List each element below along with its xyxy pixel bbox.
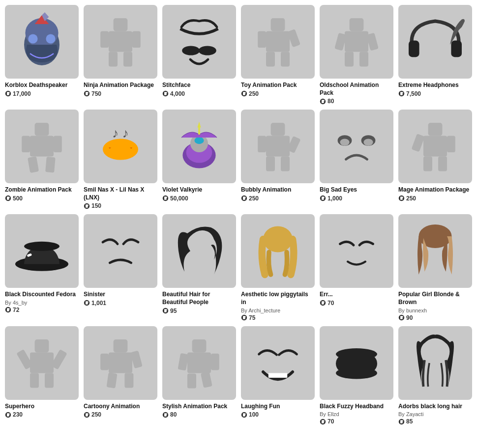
svg-rect-29 [359,52,368,66]
svg-marker-50 [197,122,201,128]
item-price-value: 72 [13,307,19,313]
robux-icon [241,314,247,321]
svg-rect-32 [451,41,462,57]
svg-rect-25 [345,31,368,52]
catalog-item[interactable]: Popular Girl Blonde & BrownBy bunnexh90 [398,214,472,321]
item-name: Toy Animation Pack [241,82,315,89]
svg-rect-99 [211,353,219,370]
svg-rect-103 [268,373,287,378]
svg-rect-65 [423,136,447,157]
svg-point-43 [109,145,132,157]
svg-rect-100 [187,373,196,388]
catalog-item[interactable]: Err...70 [320,214,393,321]
catalog-item[interactable]: Ninja Animation Package750 [84,5,157,105]
svg-rect-94 [124,373,133,388]
svg-rect-82 [35,339,49,352]
svg-rect-31 [409,41,419,57]
item-name: Stitchface [162,82,236,89]
svg-point-48 [194,137,204,144]
item-thumbnail [5,326,79,400]
svg-rect-56 [266,157,275,171]
catalog-item[interactable]: Extreme Headphones7,500 [398,5,472,105]
svg-rect-35 [30,136,54,157]
item-price-value: 100 [249,411,259,418]
svg-point-3 [46,34,55,43]
item-price-value: 90 [406,314,413,321]
svg-rect-69 [438,157,447,171]
item-thumbnail [241,326,315,400]
item-price-value: 250 [249,195,259,202]
catalog-item[interactable]: Bubbly Animation250 [241,110,315,209]
catalog-item[interactable]: Violet Valkyrie50,000 [162,110,236,209]
catalog-item[interactable]: Sinister1,001 [84,214,157,321]
catalog-item[interactable]: Aesthetic low piggytails inBy Archi_tect… [241,214,315,321]
item-price-value: 250 [406,195,416,202]
catalog-item[interactable]: Korblox Deathspeaker17,000 [5,5,79,105]
item-price: 1,001 [84,300,157,307]
robux-icon [162,412,169,418]
catalog-item[interactable]: Beautiful Hair for Beautiful People95 [162,214,236,321]
item-thumbnail [241,5,315,79]
item-name: Aesthetic low piggytails in [241,291,315,306]
item-name: Err... [320,291,393,299]
item-price-value: 80 [328,98,334,105]
catalog-item[interactable]: Black Fuzzy HeadbandBy Ellzd70 [320,326,393,425]
robux-icon [320,195,326,201]
item-name: Beautiful Hair for Beautiful People [162,291,236,306]
catalog-item[interactable]: Stitchface4,000 [162,5,236,105]
item-price: 90 [398,314,472,321]
catalog-item[interactable]: Laughing Fun100 [241,326,315,425]
catalog-item[interactable]: Adorbs black long hairBy Zayacti85 [398,326,472,425]
item-thumbnail [5,5,79,79]
item-price-value: 250 [249,90,259,97]
svg-point-61 [340,139,349,146]
item-name: Superhero [5,403,79,411]
item-creator: By Archi_tecture [241,308,315,313]
item-price-value: 50,000 [170,195,188,202]
svg-rect-18 [266,31,290,52]
item-thumbnail [162,5,236,79]
robux-icon [320,300,326,306]
item-name: Smil Nas X - Lil Nas X (LNX) [84,186,157,201]
svg-rect-90 [109,352,132,373]
catalog-item[interactable]: Big Sad Eyes1,000 [320,110,393,209]
robux-icon [84,90,90,97]
item-price-value: 1,000 [328,195,342,202]
item-price: 4,000 [162,90,236,97]
svg-rect-98 [178,353,188,370]
catalog-item[interactable]: Black Discounted FedoraBy 4s_by72 [5,214,79,321]
svg-point-15 [199,46,216,55]
catalog-item[interactable]: Toy Animation Pack250 [241,5,315,105]
catalog-item[interactable]: Mage Animation Package250 [398,110,472,209]
item-thumbnail [162,110,236,183]
svg-rect-101 [201,371,212,388]
item-price: 85 [398,418,472,425]
item-price: 50,000 [162,195,236,202]
catalog-item[interactable]: Oldschool Animation Pack80 [320,5,393,105]
item-price: 70 [320,418,393,425]
svg-rect-20 [258,31,266,48]
item-thumbnail [5,214,79,288]
svg-rect-97 [187,352,211,373]
catalog-item[interactable]: ♪ ♪Smil Nas X - Lil Nas X (LNX)150 [84,110,157,209]
item-name: Black Discounted Fedora [5,291,79,299]
item-price: 75 [241,314,315,321]
svg-rect-28 [345,52,354,66]
item-price-value: 1,001 [91,300,106,307]
svg-rect-67 [447,136,455,153]
item-price: 250 [398,195,472,202]
catalog-item[interactable]: Superhero230 [5,326,79,425]
svg-rect-7 [114,18,128,31]
item-price-value: 70 [328,418,334,425]
catalog-item[interactable]: Zombie Animation Pack500 [5,110,79,209]
item-price: 100 [241,411,315,418]
svg-rect-89 [114,339,128,352]
catalog-item[interactable]: Cartoony Animation250 [84,326,157,425]
item-price: 17,000 [5,90,79,97]
item-creator: By bunnexh [398,308,472,313]
item-name: Adorbs black long hair [398,403,472,411]
item-price-value: 4,000 [170,90,185,97]
item-price-value: 80 [170,411,177,418]
item-thumbnail [398,110,472,183]
catalog-item[interactable]: Stylish Animation Pack80 [162,326,236,425]
